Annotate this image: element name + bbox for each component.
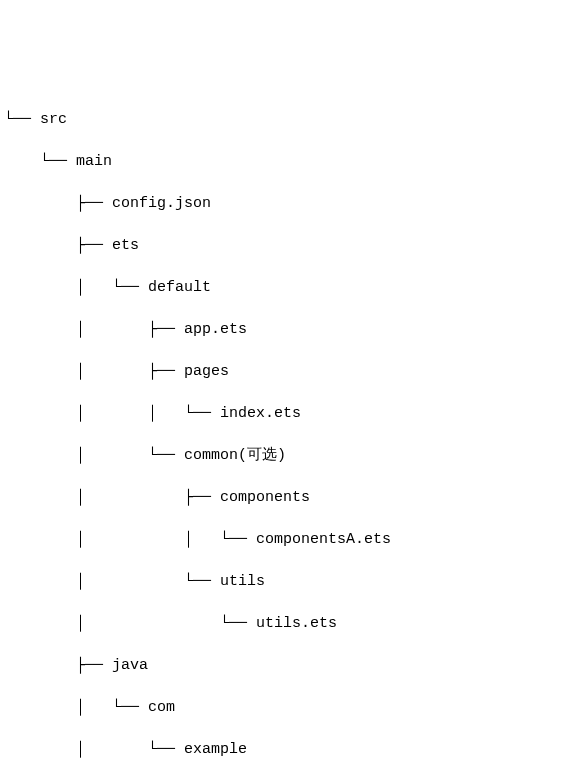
tree-line: │ │ └── index.ets	[4, 403, 578, 424]
tree-line: │ │ └── componentsA.ets	[4, 529, 578, 550]
tree-line: └── src	[4, 109, 578, 130]
tree-line: ├── java	[4, 655, 578, 676]
tree-line: │ ├── app.ets	[4, 319, 578, 340]
tree-line: │ ├── pages	[4, 361, 578, 382]
tree-line: │ └── example	[4, 739, 578, 760]
tree-line: └── main	[4, 151, 578, 172]
tree-line: ├── ets	[4, 235, 578, 256]
tree-line: │ └── default	[4, 277, 578, 298]
directory-tree: └── src └── main ├── config.json ├── ets…	[4, 88, 578, 760]
tree-line: │ ├── components	[4, 487, 578, 508]
tree-line: │ └── utils	[4, 571, 578, 592]
tree-line: ├── config.json	[4, 193, 578, 214]
tree-line: │ └── common(可选)	[4, 445, 578, 466]
tree-line: │ └── com	[4, 697, 578, 718]
tree-line: │ └── utils.ets	[4, 613, 578, 634]
